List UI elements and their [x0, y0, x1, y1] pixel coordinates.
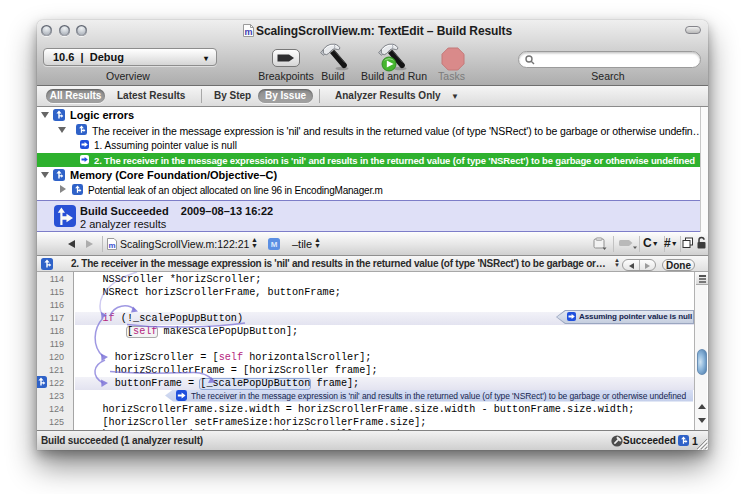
- svg-text:M: M: [271, 240, 278, 249]
- svg-text:m: m: [108, 241, 115, 250]
- svg-text:m: m: [244, 27, 252, 37]
